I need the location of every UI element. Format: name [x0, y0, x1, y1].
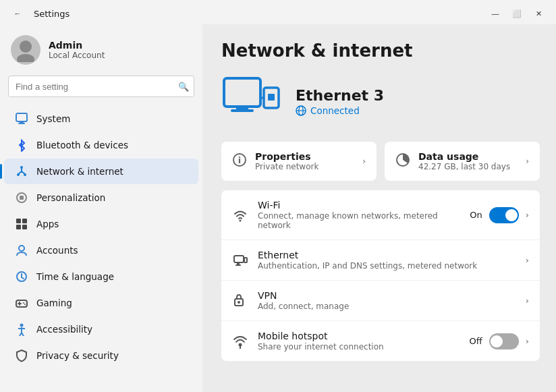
- window-controls: — ⬜ ✕: [486, 7, 548, 20]
- svg-point-5: [20, 166, 23, 169]
- hero-card-properties[interactable]: i Properties Private network ›: [221, 142, 377, 181]
- vpn-icon: [232, 293, 248, 309]
- toggle-label-wifi: On: [470, 210, 482, 220]
- svg-text:i: i: [238, 155, 241, 165]
- title-bar: ← Settings — ⬜ ✕: [0, 0, 556, 24]
- minimize-button[interactable]: —: [486, 7, 505, 20]
- chevron-right-icon: ›: [526, 296, 529, 306]
- svg-point-21: [23, 302, 24, 304]
- settings-row-info-vpn: VPN Add, connect, manage: [258, 290, 516, 311]
- hero-card-info: Properties Private network: [255, 151, 354, 171]
- svg-rect-32: [268, 94, 275, 101]
- sidebar-item-accounts[interactable]: Accounts: [4, 237, 198, 263]
- toggle-label-hotspot: Off: [470, 336, 482, 346]
- svg-point-1: [17, 54, 34, 62]
- sidebar-item-personalization[interactable]: Personalization: [4, 185, 198, 211]
- settings-row-sub-ethernet: Authentication, IP and DNS settings, met…: [258, 261, 516, 271]
- hero-card-subtitle: 42.27 GB, last 30 days: [418, 162, 518, 171]
- hero-card-data-usage[interactable]: Data usage 42.27 GB, last 30 days ›: [385, 142, 540, 181]
- vpn-icon: [233, 293, 248, 308]
- sidebar-item-time[interactable]: Time & language: [4, 264, 198, 289]
- ethernet-info: Ethernet 3 Connected: [296, 87, 540, 116]
- sidebar-item-label: Bluetooth & devices: [36, 140, 128, 150]
- sidebar-item-label: Gaming: [36, 298, 72, 308]
- sidebar-item-label: Personalization: [36, 192, 105, 203]
- ethernet-name: Ethernet 3: [296, 87, 540, 104]
- svg-rect-2: [16, 113, 27, 121]
- ethernet-svg-icon: [221, 76, 282, 127]
- user-role: Local Account: [49, 51, 192, 60]
- settings-row-title-vpn: VPN: [258, 290, 516, 301]
- svg-point-47: [238, 301, 240, 304]
- settings-card: Wi-Fi Connect, manage known networks, me…: [221, 190, 540, 361]
- ethernet-status: Connected: [296, 105, 540, 116]
- chart-icon: [395, 152, 410, 171]
- ethernet-hero: Ethernet 3 Connected: [221, 74, 540, 128]
- avatar-icon: [13, 38, 38, 62]
- bluetooth-icon: [15, 138, 28, 152]
- toggle-hotspot[interactable]: [489, 333, 519, 349]
- accessibility-icon: [15, 323, 28, 336]
- sidebar-item-bluetooth[interactable]: Bluetooth & devices: [4, 132, 198, 158]
- toggle-wifi[interactable]: [489, 207, 519, 223]
- system-icon: [15, 112, 28, 125]
- settings-row-wifi[interactable]: Wi-Fi Connect, manage known networks, me…: [221, 190, 540, 240]
- nav-list: System Bluetooth & devices Network & int…: [0, 103, 202, 372]
- settings-row-vpn[interactable]: VPN Add, connect, manage ›: [221, 281, 540, 321]
- sidebar-item-label: Network & internet: [36, 166, 123, 177]
- svg-rect-3: [20, 121, 24, 123]
- settings-row-info-hotspot: Mobile hotspot Share your internet conne…: [258, 331, 460, 352]
- hero-card-title: Data usage: [418, 151, 518, 162]
- globe-icon: [296, 105, 306, 116]
- sidebar-item-label: Accounts: [36, 245, 78, 256]
- hero-cards: i Properties Private network › Data usag…: [221, 142, 540, 181]
- sidebar-item-privacy[interactable]: Privacy & security: [4, 343, 198, 368]
- svg-rect-9: [20, 196, 24, 200]
- svg-rect-10: [16, 219, 21, 223]
- hero-card-info: Data usage 42.27 GB, last 30 days: [418, 151, 518, 171]
- svg-point-40: [240, 219, 242, 221]
- sidebar-item-label: Time & language: [36, 271, 114, 282]
- ethernet-status-text: Connected: [310, 105, 360, 116]
- ethernet-graphic: [221, 74, 282, 128]
- maximize-button[interactable]: ⬜: [507, 7, 526, 20]
- svg-rect-42: [237, 262, 240, 264]
- hotspot-icon: [233, 334, 248, 349]
- settings-row-right-wifi: On ›: [470, 207, 529, 223]
- info-icon: i: [232, 152, 247, 171]
- svg-rect-41: [234, 256, 244, 262]
- ethernet-icon: [232, 252, 248, 269]
- sidebar-item-gaming[interactable]: Gaming: [4, 290, 198, 316]
- network-icon: [15, 165, 28, 178]
- sidebar-item-accessibility[interactable]: Accessibility: [4, 316, 198, 342]
- title-bar-left: ← Settings: [8, 7, 70, 20]
- sidebar-item-label: System: [36, 113, 70, 124]
- user-section: Admin Local Account: [0, 24, 202, 73]
- back-button[interactable]: ←: [8, 7, 27, 20]
- sidebar-item-system[interactable]: System: [4, 106, 198, 132]
- app-body: Admin Local Account 🔍 System Bluetooth &…: [0, 24, 556, 392]
- settings-row-hotspot[interactable]: Mobile hotspot Share your internet conne…: [221, 321, 540, 361]
- privacy-icon: [15, 349, 28, 362]
- settings-row-right-vpn: ›: [526, 296, 529, 306]
- svg-rect-43: [235, 264, 241, 266]
- personalization-icon: [15, 191, 28, 204]
- chevron-right-icon: ›: [526, 210, 529, 220]
- sidebar: Admin Local Account 🔍 System Bluetooth &…: [0, 24, 202, 392]
- search-input[interactable]: [8, 76, 194, 97]
- app-title: Settings: [34, 9, 70, 19]
- search-icon: 🔍: [178, 82, 189, 92]
- hero-card-title: Properties: [255, 151, 354, 162]
- toggle-thumb: [491, 335, 503, 347]
- svg-line-17: [22, 277, 24, 279]
- svg-rect-44: [244, 258, 247, 262]
- svg-rect-12: [16, 225, 21, 229]
- sidebar-item-network[interactable]: Network & internet: [4, 159, 198, 184]
- page-title: Network & internet: [221, 40, 540, 61]
- sidebar-item-apps[interactable]: Apps: [4, 211, 198, 237]
- apps-icon: [15, 217, 28, 231]
- sidebar-item-label: Accessibility: [36, 324, 92, 335]
- time-icon: [15, 270, 28, 283]
- close-button[interactable]: ✕: [529, 7, 548, 20]
- settings-row-ethernet[interactable]: Ethernet Authentication, IP and DNS sett…: [221, 240, 540, 281]
